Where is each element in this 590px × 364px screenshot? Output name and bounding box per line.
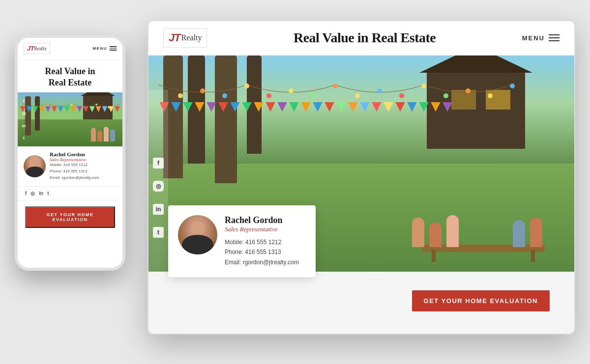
hamburger-icon <box>549 34 560 41</box>
mobile-menu-label: MENU <box>92 46 107 51</box>
svg-point-1 <box>200 88 205 93</box>
svg-point-13 <box>466 88 471 93</box>
mobile-row-ig[interactable]: ◎ <box>30 191 35 196</box>
svg-point-12 <box>443 93 448 98</box>
svg-point-3 <box>244 84 249 88</box>
desktop-frame: JT Realty Real Value in Real Estate MENU <box>148 20 575 335</box>
mobile-logo: JT Realty <box>24 43 50 54</box>
svg-point-6 <box>311 93 316 98</box>
svg-point-2 <box>222 93 227 98</box>
agent-info: Rachel Gordon Sales Representative Mobil… <box>225 215 306 268</box>
scene: JT Realty Real Value in Real Estate MENU <box>5 5 585 359</box>
twitter-icon[interactable]: t <box>153 227 164 238</box>
mobile-cta-button[interactable]: GET YOUR HOME EVALUATION <box>25 206 115 228</box>
mobile-row-tw[interactable]: t <box>47 191 49 196</box>
mobile-hero: f ◎ in t <box>18 92 122 146</box>
mobile-header: JT Realty MENU <box>18 38 122 60</box>
svg-point-19 <box>71 104 73 106</box>
mobile-social-sidebar: f ◎ in t <box>18 92 30 146</box>
agent-role: Sales Representative <box>225 225 306 233</box>
svg-point-14 <box>488 93 493 98</box>
mobile-agent-contact: Mobile: 416 555 1212 Phone: 416 555 1313… <box>50 162 99 181</box>
desktop-cta-button[interactable]: GET YOUR HOME EVALUATION <box>412 290 550 311</box>
svg-point-17 <box>46 104 48 106</box>
svg-point-15 <box>510 84 515 88</box>
mobile-title-area: Real Value in Real Estate <box>18 60 122 93</box>
mobile-agent-name: Rachel Gordon <box>50 151 99 157</box>
svg-point-5 <box>289 88 294 93</box>
mobile-site-title: Real Value in Real Estate <box>25 66 115 89</box>
mobile-menu-button[interactable]: MENU <box>92 46 117 51</box>
svg-point-10 <box>399 93 404 98</box>
desktop-site-title: Real Value in Real Estate <box>294 30 436 46</box>
svg-point-21 <box>95 104 97 106</box>
desktop-social-sidebar: f ◎ in t <box>148 90 168 272</box>
mobile-agent-photo <box>24 155 46 177</box>
svg-point-7 <box>333 84 338 88</box>
menu-label: MENU <box>522 34 545 42</box>
svg-point-11 <box>421 84 426 88</box>
desktop-logo: JT Realty <box>163 28 207 48</box>
desktop-agent-card: Rachel Gordon Sales Representative Mobil… <box>168 205 316 278</box>
mobile-row-fb[interactable]: f <box>25 191 27 196</box>
agent-name: Rachel Gordon <box>225 215 306 226</box>
mobile-social-icons-row: f ◎ in t <box>18 187 122 200</box>
mobile-tw-icon[interactable]: t <box>23 136 25 140</box>
desktop-menu-button[interactable]: MENU <box>522 34 560 42</box>
agent-mobile: Mobile: 416 555 1212 Phone: 416 555 1313… <box>225 237 306 267</box>
svg-point-4 <box>266 93 271 98</box>
mobile-hamburger-icon <box>110 46 117 51</box>
facebook-icon[interactable]: f <box>153 158 164 168</box>
mobile-agent-card: Rachel Gordon Sales Representative Mobil… <box>18 146 122 186</box>
mobile-row-li[interactable]: in <box>39 191 43 196</box>
mobile-agent-role: Sales Representative <box>50 157 99 162</box>
instagram-icon[interactable]: ◎ <box>153 181 164 192</box>
linkedin-icon[interactable]: in <box>153 204 164 215</box>
mobile-frame: JT Realty MENU Real Value in Real Estate <box>15 35 125 271</box>
svg-point-8 <box>355 93 360 98</box>
agent-photo <box>178 215 217 254</box>
mobile-inner: JT Realty MENU Real Value in Real Estate <box>18 38 122 268</box>
desktop-header: JT Realty Real Value in Real Estate MENU <box>148 21 574 56</box>
mobile-ig-icon[interactable]: ◎ <box>22 111 26 116</box>
svg-point-0 <box>178 93 183 98</box>
mobile-fb-icon[interactable]: f <box>23 99 25 104</box>
svg-point-9 <box>377 88 382 93</box>
mobile-agent-info: Rachel Gordon Sales Representative Mobil… <box>50 151 99 181</box>
mobile-li-icon[interactable]: in <box>22 123 26 128</box>
